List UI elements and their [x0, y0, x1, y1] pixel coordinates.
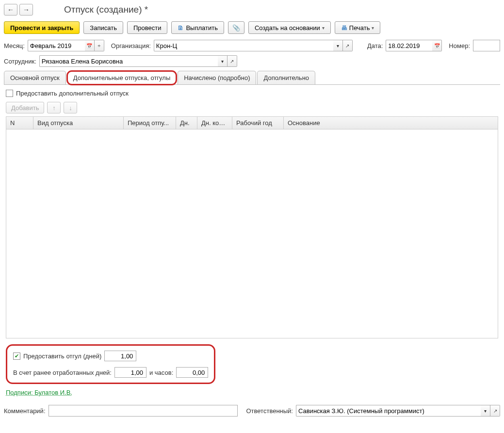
number-label: Номер: — [449, 42, 470, 49]
move-down-button[interactable]: ↓ — [64, 102, 77, 113]
arrow-up-icon: ↑ — [52, 104, 56, 112]
hours-label: и часов: — [149, 369, 173, 376]
tab-additional-vacation[interactable]: Дополнительные отпуска, отгулы — [67, 71, 177, 85]
prev-days-input[interactable] — [114, 367, 146, 378]
col-type[interactable]: Вид отпуска — [33, 117, 124, 129]
nav-forward-button[interactable]: → — [19, 4, 33, 16]
calendar-icon[interactable]: 📅 — [85, 40, 95, 51]
attach-button[interactable]: 📎 — [228, 21, 244, 34]
timeoff-days-input[interactable] — [104, 351, 136, 361]
month-label: Месяц: — [4, 42, 25, 49]
date-input[interactable] — [386, 40, 432, 51]
move-up-button[interactable]: ↑ — [47, 102, 61, 113]
col-comp-days[interactable]: Дн. комп. — [197, 117, 232, 129]
col-period[interactable]: Период отпу... — [124, 117, 176, 129]
employee-dropdown-icon[interactable]: ▾ — [218, 55, 228, 67]
table-body[interactable] — [6, 129, 498, 338]
print-button[interactable]: 🖶 Печать — [335, 21, 381, 34]
add-row-button[interactable]: Добавить — [6, 102, 44, 113]
write-button[interactable]: Записать — [83, 21, 123, 34]
time-off-highlight-box: ✔ Предоставить отгул (дней) В счет ранее… — [6, 344, 215, 384]
paperclip-icon: 📎 — [232, 24, 240, 32]
vacation-table: N Вид отпуска Период отпу... Дн. Дн. ком… — [6, 116, 498, 338]
date-calendar-icon[interactable]: 📅 — [432, 40, 442, 51]
col-basis[interactable]: Основание — [284, 117, 498, 129]
responsible-input[interactable] — [296, 405, 481, 417]
provide-timeoff-label: Предоставить отгул (дней) — [23, 353, 101, 360]
month-input[interactable] — [28, 40, 85, 51]
org-label: Организация: — [111, 42, 151, 49]
create-based-button[interactable]: Создать на основании — [248, 21, 331, 34]
employee-label: Сотрудник: — [4, 58, 36, 65]
payout-button[interactable]: 🗎 Выплатить — [171, 21, 224, 34]
employee-input[interactable] — [39, 55, 218, 67]
responsible-label: Ответственный: — [246, 407, 293, 415]
employee-open-icon[interactable]: ↗ — [228, 55, 237, 67]
post-button[interactable]: Провести — [127, 21, 168, 34]
printer-icon: 🖶 — [341, 24, 347, 32]
page-title: Отпуск (создание) * — [64, 4, 148, 15]
post-and-close-button[interactable]: Провести и закрыть — [4, 21, 80, 34]
document-icon: 🗎 — [178, 24, 184, 32]
tab-bar: Основной отпуск Дополнительные отпуска, … — [4, 71, 500, 85]
date-label: Дата: — [367, 42, 383, 49]
nav-back-button[interactable]: ← — [4, 4, 17, 16]
tab-extra[interactable]: Дополнительно — [257, 71, 315, 84]
col-n[interactable]: N — [6, 117, 33, 129]
comment-input[interactable] — [49, 405, 238, 417]
provide-additional-label: Предоставить дополнительный отпуск — [16, 90, 129, 97]
org-dropdown-icon[interactable]: ▾ — [333, 40, 343, 51]
provide-additional-checkbox[interactable] — [6, 90, 13, 97]
prev-days-label: В счет ранее отработанных дней: — [13, 369, 112, 376]
col-work-year[interactable]: Рабочий год — [232, 117, 284, 129]
signatures-link[interactable]: Подписи: Булатов И.В. — [6, 389, 72, 396]
responsible-open-icon[interactable]: ↗ — [490, 405, 500, 417]
tab-main-vacation[interactable]: Основной отпуск — [4, 71, 66, 84]
col-days[interactable]: Дн. — [176, 117, 197, 129]
org-input[interactable] — [154, 40, 333, 51]
provide-timeoff-checkbox[interactable]: ✔ — [13, 353, 20, 360]
tab-accrued[interactable]: Начислено (подробно) — [178, 71, 256, 84]
print-label: Печать — [349, 24, 370, 32]
responsible-dropdown-icon[interactable]: ▾ — [481, 405, 490, 417]
number-input[interactable] — [473, 40, 500, 51]
payout-label: Выплатить — [186, 24, 218, 32]
comment-label: Комментарий: — [4, 407, 46, 415]
hours-input[interactable] — [176, 367, 208, 378]
org-open-icon[interactable]: ↗ — [343, 40, 353, 51]
arrow-down-icon: ↓ — [69, 104, 72, 112]
month-stepper[interactable]: ÷ — [95, 40, 104, 51]
